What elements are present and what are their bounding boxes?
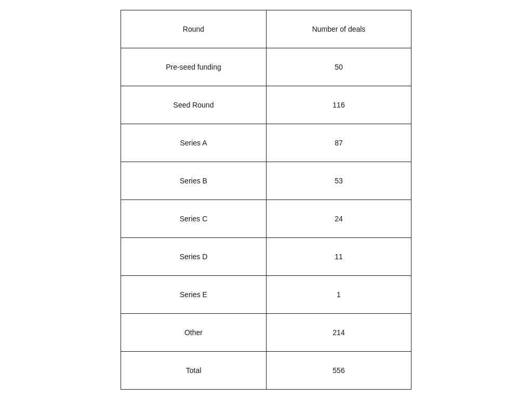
- table-row: Series C24: [121, 200, 411, 238]
- cell-round-3: Series B: [121, 162, 267, 200]
- cell-deals-1: 116: [267, 86, 411, 124]
- table-row: Pre-seed funding50: [121, 48, 411, 86]
- cell-deals-5: 11: [267, 238, 411, 275]
- table-container: Round Number of deals Pre-seed funding50…: [121, 10, 411, 390]
- table-row: Series E1: [121, 276, 411, 314]
- cell-deals-0: 50: [267, 48, 411, 86]
- cell-deals-7: 214: [267, 314, 411, 351]
- cell-deals-4: 24: [267, 200, 411, 237]
- cell-round-4: Series C: [121, 200, 267, 237]
- table-row: Other214: [121, 314, 411, 352]
- cell-round-5: Series D: [121, 238, 267, 275]
- cell-round-0: Pre-seed funding: [121, 48, 267, 86]
- table-row: Series A87: [121, 124, 411, 162]
- cell-round-8: Total: [121, 352, 267, 389]
- cell-deals-2: 87: [267, 124, 411, 162]
- table-header-row: Round Number of deals: [121, 10, 411, 48]
- cell-round-7: Other: [121, 314, 267, 351]
- table-row: Seed Round116: [121, 86, 411, 124]
- cell-round-2: Series A: [121, 124, 267, 162]
- cell-deals-6: 1: [267, 276, 411, 313]
- table-row: Total556: [121, 352, 411, 389]
- cell-round-1: Seed Round: [121, 86, 267, 124]
- table-row: Series B53: [121, 162, 411, 200]
- header-round: Round: [121, 10, 267, 48]
- cell-deals-8: 556: [267, 352, 411, 389]
- cell-round-6: Series E: [121, 276, 267, 313]
- table-row: Series D11: [121, 238, 411, 276]
- header-deals: Number of deals: [267, 10, 411, 48]
- cell-deals-3: 53: [267, 162, 411, 200]
